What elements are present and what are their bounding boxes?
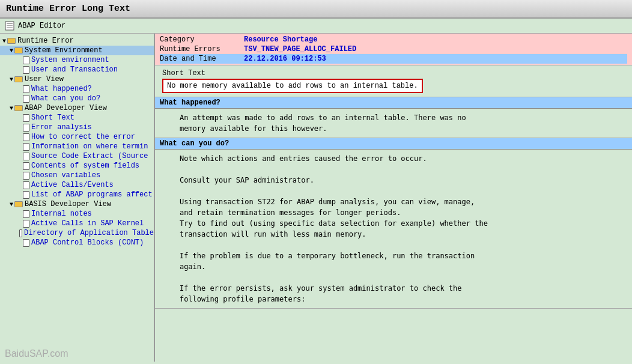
sidebar-label-abap-control-blocks: ABAP Control Blocks (CONT)	[31, 238, 144, 247]
info-value: Resource Shortage	[244, 35, 317, 44]
sidebar-label-directory-application-table: Directory of Application Table	[24, 229, 154, 237]
info-row: Runtime ErrorsTSV_TNEW_PAGE_ALLOC_FAILED	[160, 44, 627, 54]
sidebar-label-contents-system-fields: Contents of system fields	[31, 162, 139, 170]
what-can-you-do-section: What can you do? Note which actions and …	[155, 138, 632, 309]
sidebar-item-basis-developer-view-group[interactable]: ▼ BASIS Developer View	[0, 199, 154, 209]
doc-icon-source-code-extract	[23, 153, 29, 160]
info-key: Runtime Errors	[160, 45, 244, 53]
sidebar-label-error-analysis: Error analysis	[31, 123, 92, 132]
sidebar-item-chosen-variables[interactable]: Chosen variables	[0, 171, 154, 180]
what-happened-content: An attempt was made to add rows to an in…	[155, 109, 632, 138]
doc-icon-what-happened	[23, 85, 29, 93]
what-can-you-do-content: Note which actions and entries caused th…	[155, 150, 632, 309]
info-value: TSV_TNEW_PAGE_ALLOC_FAILED	[244, 45, 356, 53]
sidebar-item-source-code-extract[interactable]: Source Code Extract (Source	[0, 151, 154, 161]
sidebar-item-active-calls-events[interactable]: Active Calls/Events	[0, 180, 154, 190]
doc-icon-how-to-correct	[23, 133, 29, 141]
sidebar-item-how-to-correct[interactable]: How to correct the error	[0, 132, 154, 142]
sidebar-item-abap-control-blocks[interactable]: ABAP Control Blocks (CONT)	[0, 238, 154, 247]
short-text-section: Short Text No more memory available to a…	[155, 65, 632, 97]
sidebar-label-system-environment-group: System Environment	[25, 46, 103, 55]
svg-rect-2	[7, 25, 13, 26]
what-happened-text: An attempt was made to add rows to an in…	[162, 112, 625, 134]
info-key: Date and Time	[160, 55, 244, 63]
sidebar-label-chosen-variables: Chosen variables	[31, 171, 100, 180]
doc-icon-active-calls-sap-kernel	[23, 220, 29, 228]
folder-icon-basis-developer-view-group	[14, 201, 23, 207]
info-value: 22.12.2016 09:12:53	[244, 55, 326, 63]
sidebar-item-error-analysis[interactable]: Error analysis	[0, 123, 154, 132]
tree-arrow-runtime-error: ▼	[2, 38, 6, 44]
sidebar-item-system-environment[interactable]: System environment	[0, 55, 154, 65]
doc-icon-abap-control-blocks	[23, 239, 29, 247]
what-can-you-do-header: What can you do?	[155, 138, 632, 150]
sidebar-item-what-happened[interactable]: What happened?	[0, 84, 154, 94]
sidebar-item-abap-developer-view-group[interactable]: ▼ ABAP Developer View	[0, 103, 154, 113]
content-area: CategoryResource ShortageRuntime ErrorsT…	[155, 34, 632, 362]
doc-icon-chosen-variables	[23, 172, 29, 180]
sidebar-label-source-code-extract: Source Code Extract (Source	[31, 152, 148, 160]
doc-icon-what-can-you-do	[23, 95, 29, 103]
doc-icon-system-environment	[23, 56, 29, 64]
svg-rect-1	[7, 23, 13, 24]
sidebar-item-active-calls-sap-kernel[interactable]: Active Calls in SAP Kernel	[0, 219, 154, 228]
doc-icon-error-analysis	[23, 124, 29, 132]
doc-icon-contents-system-fields	[23, 162, 29, 170]
sidebar-label-runtime-error: Runtime Error	[17, 37, 74, 45]
sidebar-label-how-to-correct: How to correct the error	[31, 133, 135, 141]
sidebar-label-basis-developer-view-group: BASIS Developer View	[25, 200, 111, 208]
sidebar-label-user-view-group: User View	[25, 75, 64, 83]
sidebar-label-what-can-you-do: What can you do?	[31, 94, 100, 103]
sidebar-item-short-text[interactable]: Short Text	[0, 113, 154, 123]
sidebar-item-contents-system-fields[interactable]: Contents of system fields	[0, 161, 154, 171]
sidebar-label-internal-notes: Internal notes	[31, 210, 92, 218]
what-can-you-do-text: Note which actions and entries caused th…	[162, 153, 625, 305]
what-happened-header: What happened?	[155, 97, 632, 109]
title-bar: Runtime Error Long Text	[0, 0, 632, 19]
info-row: Date and Time22.12.2016 09:12:53	[160, 54, 627, 64]
toolbar: ABAP Editor	[0, 19, 632, 34]
sidebar-label-what-happened: What happened?	[31, 85, 92, 93]
svg-rect-3	[7, 27, 13, 28]
sidebar-item-internal-notes[interactable]: Internal notes	[0, 209, 154, 219]
folder-icon-abap-developer-view-group	[14, 105, 23, 111]
sidebar-tree[interactable]: ▼ Runtime Error▼ System EnvironmentSyste…	[0, 34, 155, 362]
doc-icon-internal-notes	[23, 210, 29, 218]
doc-icon-active-calls-events	[23, 181, 29, 189]
sidebar-label-short-text: Short Text	[31, 114, 74, 122]
sidebar-label-list-abap-programs: List of ABAP programs affect	[31, 190, 153, 199]
sidebar-label-abap-developer-view-group: ABAP Developer View	[25, 104, 107, 112]
sidebar-item-directory-application-table[interactable]: Directory of Application Table	[0, 228, 154, 238]
toolbar-label: ABAP Editor	[18, 22, 65, 30]
sidebar-label-information-on-where: Information on where termin	[31, 142, 148, 151]
what-happened-section: What happened? An attempt was made to ad…	[155, 97, 632, 138]
toolbar-icon	[5, 21, 14, 31]
sidebar-item-user-and-transaction[interactable]: User and Transaction	[0, 65, 154, 74]
doc-icon-directory-application-table	[19, 229, 22, 237]
short-text-label: Short Text	[162, 69, 625, 77]
sidebar-label-system-environment: System environment	[31, 56, 109, 64]
page-title: Runtime Error Long Text	[6, 4, 130, 14]
sidebar-label-active-calls-events: Active Calls/Events	[31, 181, 114, 189]
sidebar-item-information-on-where[interactable]: Information on where termin	[0, 142, 154, 151]
sidebar-label-user-and-transaction: User and Transaction	[31, 65, 118, 74]
info-rows: CategoryResource ShortageRuntime ErrorsT…	[155, 34, 632, 65]
sidebar-item-runtime-error[interactable]: ▼ Runtime Error	[0, 36, 154, 46]
sidebar-item-what-can-you-do[interactable]: What can you do?	[0, 94, 154, 103]
sidebar-item-user-view-group[interactable]: ▼ User View	[0, 74, 154, 84]
info-row: CategoryResource Shortage	[160, 35, 627, 44]
doc-icon-user-and-transaction	[23, 66, 29, 74]
sidebar-item-list-abap-programs[interactable]: List of ABAP programs affect	[0, 190, 154, 199]
tree-arrow-system-environment-group: ▼	[10, 47, 13, 54]
tree-arrow-abap-developer-view-group: ▼	[10, 105, 13, 112]
folder-icon-system-environment-group	[14, 47, 23, 53]
short-text-value: No more memory available to add rows to …	[162, 79, 423, 93]
sidebar-item-system-environment-group[interactable]: ▼ System Environment	[0, 46, 154, 55]
doc-icon-list-abap-programs	[23, 191, 29, 199]
watermark: BaiduSAP.com	[5, 348, 68, 359]
tree-arrow-user-view-group: ▼	[10, 76, 13, 83]
folder-icon-runtime-error	[7, 38, 16, 44]
doc-icon-information-on-where	[23, 143, 29, 151]
doc-icon-short-text	[23, 114, 29, 122]
main-container: ▼ Runtime Error▼ System EnvironmentSyste…	[0, 34, 632, 362]
